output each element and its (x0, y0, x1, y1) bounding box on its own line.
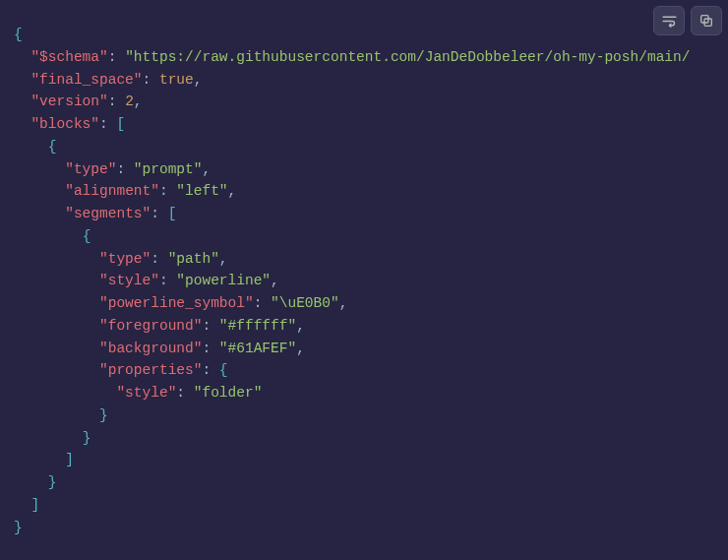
wrap-lines-icon (661, 13, 678, 30)
json-key: "foreground" (99, 318, 202, 334)
json-string: "https://raw.githubusercontent.com/JanDe… (125, 49, 690, 65)
json-string: "prompt" (134, 161, 203, 177)
json-key: "style" (116, 385, 176, 401)
json-string: "path" (168, 251, 219, 267)
json-string: "powerline" (176, 273, 271, 288)
json-bool: true (159, 72, 194, 88)
json-string: "#ffffff" (219, 318, 296, 334)
json-key: "version" (30, 93, 107, 109)
json-key: "blocks" (30, 116, 99, 132)
json-key: "background" (99, 341, 202, 356)
copy-button[interactable] (691, 6, 722, 35)
json-key: "final_space" (30, 72, 142, 88)
json-key: "properties" (99, 362, 202, 378)
code-block: { "$schema": "https://raw.githubusercont… (0, 0, 728, 538)
wrap-lines-button[interactable] (653, 6, 685, 35)
json-key: "segments" (65, 206, 151, 221)
json-string: "#61AFEF" (219, 341, 296, 356)
json-string: "left" (176, 183, 227, 199)
json-key: "style" (99, 273, 159, 288)
json-number: 2 (125, 93, 134, 109)
json-key: "alignment" (65, 183, 159, 199)
copy-icon (698, 13, 714, 29)
json-key: "powerline_symbol" (99, 295, 254, 311)
json-key: "type" (65, 161, 116, 177)
json-string: "folder" (194, 385, 263, 401)
code-toolbar (653, 6, 722, 35)
json-key: "$schema" (30, 49, 107, 65)
json-key: "type" (99, 251, 151, 267)
json-string: "\uE0B0" (271, 295, 339, 311)
